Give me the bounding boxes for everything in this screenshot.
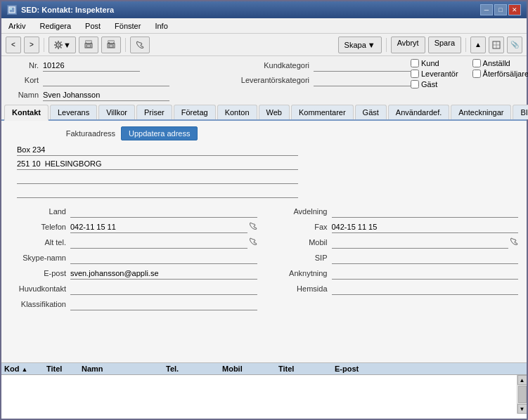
kund-row: Kund bbox=[411, 59, 458, 67]
attach-button[interactable]: 📎 bbox=[507, 37, 522, 53]
col-namn[interactable]: Namn bbox=[82, 365, 166, 373]
address-line4-input[interactable] bbox=[17, 185, 298, 198]
menu-redigera[interactable]: Redigera bbox=[35, 20, 75, 32]
tab-kommentarer[interactable]: Kommentarer bbox=[291, 105, 354, 119]
menu-arkiv[interactable]: Arkiv bbox=[4, 20, 30, 32]
up-arrow-button[interactable]: ▲ bbox=[470, 37, 486, 53]
land-input[interactable] bbox=[70, 205, 257, 218]
spara-button[interactable]: Spara bbox=[428, 37, 461, 53]
tab-villkor[interactable]: Villkor bbox=[98, 105, 135, 119]
tab-web[interactable]: Web bbox=[259, 105, 290, 119]
anknytning-input[interactable] bbox=[332, 267, 519, 280]
nr-input[interactable] bbox=[43, 59, 140, 72]
telefon-input[interactable] bbox=[70, 221, 247, 233]
title-bar: SED: Kontakt: Inspektera ─ □ ✕ bbox=[1, 1, 527, 18]
menu-info[interactable]: Info bbox=[150, 20, 172, 32]
kund-checkbox[interactable] bbox=[411, 59, 419, 67]
phone-button[interactable] bbox=[130, 37, 150, 53]
kundkategori-label: Kundkategori bbox=[218, 61, 309, 70]
tab-användardef[interactable]: Användardef. bbox=[388, 105, 449, 119]
col-tel[interactable]: Tel. bbox=[166, 365, 222, 373]
vertical-scrollbar[interactable]: ▲ ▼ bbox=[517, 375, 527, 414]
aterforsal-checkbox[interactable] bbox=[472, 70, 481, 78]
maximize-button[interactable]: □ bbox=[494, 4, 507, 15]
expand-button[interactable] bbox=[489, 37, 504, 53]
col-kod[interactable]: Kod ▲ bbox=[4, 365, 46, 373]
col-titel1[interactable]: Titel bbox=[46, 365, 82, 373]
settings-dropdown: ▼ bbox=[63, 41, 71, 49]
skype-input[interactable] bbox=[70, 251, 257, 264]
land-label: Land bbox=[10, 207, 66, 216]
tab-konton[interactable]: Konton bbox=[217, 105, 257, 119]
klassifikation-input[interactable] bbox=[70, 298, 257, 310]
scroll-down[interactable]: ▼ bbox=[517, 404, 527, 414]
svg-rect-18 bbox=[109, 45, 113, 47]
skapa-button[interactable]: Skapa ▼ bbox=[338, 37, 382, 53]
leverantorskategori-input[interactable] bbox=[314, 74, 411, 86]
avdelning-row: Avdelning bbox=[271, 205, 519, 218]
menu-post[interactable]: Post bbox=[81, 20, 105, 32]
leverantor-checkbox[interactable] bbox=[411, 70, 419, 78]
tab-kontakt[interactable]: Kontakt bbox=[4, 105, 49, 121]
scroll-thumb[interactable] bbox=[518, 386, 527, 403]
table-header: Kod ▲ Titel Namn Tel. Mobil Titel E-post bbox=[1, 363, 527, 375]
title-bar-left: SED: Kontakt: Inspektera bbox=[7, 5, 114, 15]
kundkategori-input[interactable] bbox=[314, 59, 411, 72]
klassifikation-row: Klassifikation bbox=[10, 298, 257, 310]
alttel-input[interactable] bbox=[70, 236, 247, 249]
address-line1-input[interactable] bbox=[17, 143, 298, 156]
avdelning-input[interactable] bbox=[332, 205, 519, 218]
address-line3-input[interactable] bbox=[17, 171, 298, 184]
sip-label: SIP bbox=[271, 254, 328, 262]
print2-button[interactable]: ✦ bbox=[101, 37, 121, 53]
hemsida-input[interactable] bbox=[332, 282, 519, 295]
kort-row: Kort bbox=[7, 74, 218, 86]
namn-input[interactable] bbox=[43, 88, 169, 101]
mobil-phone-icon bbox=[510, 237, 518, 248]
tab-foretag[interactable]: Företag bbox=[174, 105, 216, 119]
tab-bi[interactable]: BI bbox=[513, 105, 528, 119]
anknytning-label: Anknytning bbox=[271, 269, 328, 277]
avdelning-label: Avdelning bbox=[271, 207, 328, 216]
tab-gast[interactable]: Gäst bbox=[355, 105, 387, 119]
skype-row: Skype-namn bbox=[10, 251, 257, 264]
minimize-button[interactable]: ─ bbox=[480, 4, 493, 15]
col-titel2[interactable]: Titel bbox=[278, 365, 335, 373]
anstald-checkbox[interactable] bbox=[472, 59, 481, 67]
mobil-input[interactable] bbox=[332, 236, 509, 249]
sip-input[interactable] bbox=[332, 251, 519, 264]
menu-fonster[interactable]: Fönster bbox=[110, 20, 145, 32]
epost-input[interactable] bbox=[70, 267, 257, 280]
col-epost[interactable]: E-post bbox=[335, 365, 524, 373]
huvudkontakt-input[interactable] bbox=[70, 282, 257, 295]
epost-label: E-post bbox=[10, 269, 66, 277]
col-mobil[interactable]: Mobil bbox=[222, 365, 278, 373]
toolbar-sep2 bbox=[125, 38, 126, 52]
fax-input[interactable] bbox=[332, 221, 519, 233]
namn-row: Namn bbox=[7, 88, 218, 101]
land-row: Land bbox=[10, 205, 257, 218]
tab-priser[interactable]: Priser bbox=[136, 105, 172, 119]
mobil-field-group bbox=[332, 236, 519, 249]
skapa-label: Skapa bbox=[345, 41, 366, 49]
back-button[interactable]: < bbox=[6, 37, 21, 53]
gast-checkbox[interactable] bbox=[411, 80, 419, 88]
forward-button[interactable]: > bbox=[24, 37, 39, 53]
anstald-label: Anställd bbox=[483, 59, 510, 67]
tab-anteckningar[interactable]: Anteckningar bbox=[451, 105, 511, 119]
gast-row: Gäst bbox=[411, 80, 458, 88]
table-body: ▲ ▼ bbox=[1, 375, 527, 414]
print-button[interactable] bbox=[79, 37, 98, 53]
kort-input[interactable] bbox=[43, 74, 169, 86]
svg-rect-1 bbox=[10, 8, 12, 10]
tab-leverans[interactable]: Leverans bbox=[50, 105, 97, 119]
address-line2-input[interactable] bbox=[17, 157, 298, 170]
nr-row: Nr. bbox=[7, 59, 218, 72]
leverantorskategori-label: Leverantörskategori bbox=[218, 76, 309, 84]
check-col-2: Anställd Återförsäljare bbox=[472, 59, 528, 103]
uppdatera-button[interactable]: Uppdatera adress bbox=[121, 126, 198, 140]
avbryt-button[interactable]: Avbryt bbox=[391, 37, 425, 53]
settings-button[interactable]: ▼ bbox=[49, 37, 76, 53]
scroll-up[interactable]: ▲ bbox=[517, 375, 527, 385]
close-button[interactable]: ✕ bbox=[508, 4, 521, 15]
